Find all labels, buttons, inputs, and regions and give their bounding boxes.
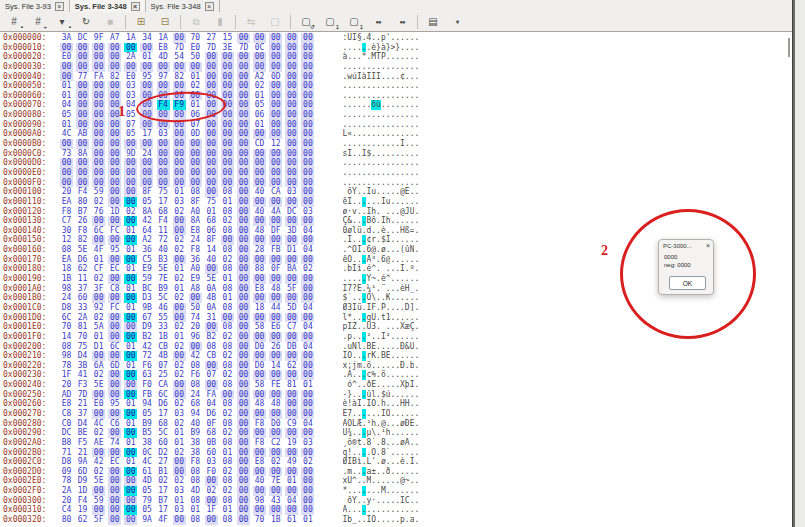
hex-byte[interactable]: F8 (253, 419, 266, 429)
hex-byte[interactable]: 00 (157, 149, 170, 159)
hex-byte[interactable]: 00 (285, 216, 298, 226)
ascii-column[interactable]: êÖ...Å³.6@...... (343, 255, 420, 265)
hex-byte[interactable]: 00 (124, 187, 137, 197)
hex-byte[interactable]: D4 (76, 419, 89, 429)
hex-byte[interactable]: 68 (205, 428, 218, 438)
hex-byte[interactable]: B7 (76, 207, 89, 217)
tab-sys-file-3-348-2[interactable]: Sys. File 3-348× (146, 0, 220, 12)
hex-byte[interactable]: 00 (140, 62, 153, 72)
hex-byte[interactable]: 00 (301, 313, 314, 323)
hex-byte[interactable]: FA (205, 390, 218, 400)
hex-byte[interactable]: 00 (301, 284, 314, 294)
hex-byte[interactable]: 00 (189, 139, 202, 149)
hex-byte[interactable]: 24 (140, 149, 153, 159)
hex-byte[interactable]: 08 (60, 245, 73, 255)
hex-byte[interactable]: 00 (108, 52, 121, 62)
hex-byte[interactable]: 59 (92, 496, 105, 506)
hex-byte[interactable]: CA (157, 380, 170, 390)
hex-byte[interactable]: 00 (237, 129, 250, 139)
hex-byte[interactable]: 01 (124, 226, 137, 236)
hex-byte[interactable]: 6C (60, 313, 73, 323)
hex-byte[interactable]: 48 (253, 226, 266, 236)
hex-byte[interactable]: D3 (140, 293, 153, 303)
hex-byte[interactable]: 00 (301, 351, 314, 361)
ascii-column[interactable]: .^OI.6@.ø...(ûÑ. (343, 245, 420, 255)
hex-byte[interactable]: 64 (140, 226, 153, 236)
hex-byte[interactable]: 00 (173, 158, 186, 168)
hex-byte[interactable]: 08 (189, 187, 202, 197)
ascii-column[interactable]: ................ (343, 62, 420, 72)
ascii-char[interactable]: . (414, 187, 419, 197)
hex-byte[interactable]: 05 (124, 110, 137, 120)
hex-byte[interactable]: 00 (108, 129, 121, 139)
hex-byte[interactable]: 00 (237, 313, 250, 323)
hex-byte[interactable]: 08 (189, 476, 202, 486)
hex-byte[interactable]: 00 (157, 178, 170, 188)
hex-byte[interactable]: 00 (173, 351, 186, 361)
hex-byte[interactable]: 02 (92, 370, 105, 380)
hex-byte[interactable]: 9D (124, 149, 137, 159)
hex-byte[interactable]: 00 (173, 129, 186, 139)
hex-byte[interactable]: CF (92, 264, 105, 274)
hex-byte[interactable]: F8 (189, 245, 202, 255)
hex-byte[interactable]: E0 (124, 72, 137, 82)
hex-byte[interactable]: 00 (124, 139, 137, 149)
hex-byte[interactable]: 00 (173, 33, 186, 43)
hex-byte[interactable]: 00 (124, 496, 137, 506)
hex-byte[interactable]: 5E (157, 264, 170, 274)
hex-byte[interactable]: 7D (205, 43, 218, 53)
hex-byte[interactable]: 02 (173, 342, 186, 352)
hex-byte[interactable]: 00 (301, 158, 314, 168)
hex-byte[interactable]: 76 (92, 207, 105, 217)
hex-byte[interactable]: E0 (189, 43, 202, 53)
hex-byte[interactable]: 01 (60, 120, 73, 130)
hex-byte[interactable]: D9 (140, 322, 153, 332)
hex-byte[interactable]: B2 (140, 332, 153, 342)
ascii-char[interactable]: . (414, 91, 419, 101)
hex-byte[interactable]: 12 (60, 235, 73, 245)
hex-byte[interactable]: 00 (269, 110, 282, 120)
hex-byte[interactable]: 00 (237, 476, 250, 486)
ascii-column[interactable]: ................ (343, 178, 420, 188)
hex-byte[interactable]: B2 (205, 332, 218, 342)
hex-byte[interactable]: 01 (221, 505, 234, 515)
hex-byte[interactable]: 00 (301, 390, 314, 400)
hex-byte[interactable]: 00 (76, 43, 89, 53)
hex-byte[interactable]: 02 (92, 313, 105, 323)
ascii-char[interactable]: . (414, 505, 419, 515)
hex-byte[interactable]: 08 (221, 342, 234, 352)
hex-byte[interactable]: 00 (108, 428, 121, 438)
hex-byte[interactable]: 01 (173, 284, 186, 294)
hex-byte[interactable]: 00 (237, 467, 250, 477)
hex-byte[interactable]: 00 (221, 178, 234, 188)
hex-byte[interactable]: 00 (269, 100, 282, 110)
hex-byte[interactable]: 00 (76, 110, 89, 120)
hex-byte[interactable]: EA (60, 197, 73, 207)
hex-byte[interactable]: 42 (140, 342, 153, 352)
hex-byte[interactable]: 00 (301, 496, 314, 506)
hex-byte[interactable]: 00 (301, 110, 314, 120)
ascii-column[interactable]: êI......Iu...... (343, 197, 420, 207)
hex-byte[interactable]: 02 (221, 332, 234, 342)
hex-byte[interactable]: 00 (108, 370, 121, 380)
hex-byte[interactable]: 02 (173, 274, 186, 284)
hex-byte[interactable]: 00 (221, 110, 234, 120)
hex-byte[interactable]: 00 (205, 120, 218, 130)
hex-byte[interactable]: 00 (269, 255, 282, 265)
ascii-column[interactable]: ôY..Iu.....@Ê.. (343, 187, 420, 197)
hex-byte[interactable]: 3E (221, 43, 234, 53)
hex-byte[interactable]: B9 (189, 428, 202, 438)
hex-byte[interactable]: 17 (157, 197, 170, 207)
hex-byte[interactable]: 00 (189, 62, 202, 72)
hex-byte[interactable]: 00 (237, 216, 250, 226)
hex-byte[interactable]: 34 (140, 33, 153, 43)
hex-byte[interactable]: 07 (124, 120, 137, 130)
hex-byte[interactable]: 05 (140, 505, 153, 515)
ascii-char[interactable]: . (414, 390, 419, 400)
hex-byte[interactable]: DC (285, 207, 298, 217)
hex-byte[interactable]: 19 (285, 438, 298, 448)
hex-byte[interactable]: 5F (285, 284, 298, 294)
hex-byte[interactable]: 00 (253, 293, 266, 303)
ascii-char[interactable]: . (414, 139, 419, 149)
hex-byte[interactable]: 92 (92, 303, 105, 313)
